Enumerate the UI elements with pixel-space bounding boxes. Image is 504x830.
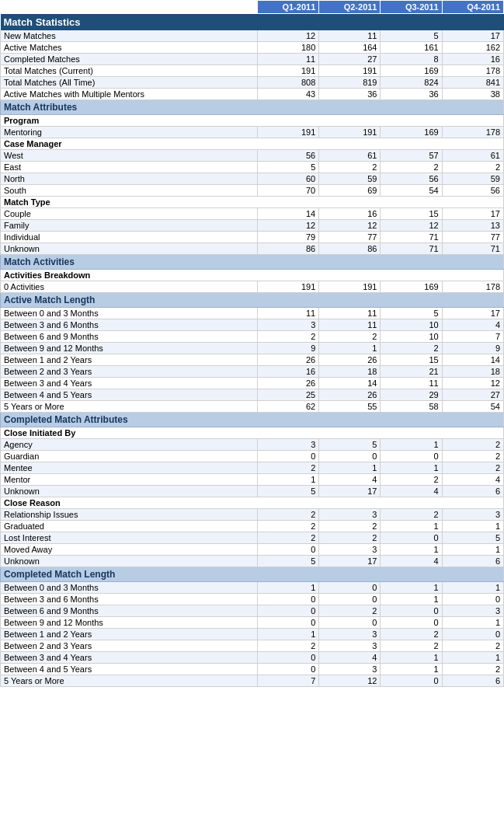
- q2-value: 5: [319, 439, 381, 451]
- q2-value: 3: [319, 664, 381, 675]
- q4-value: 178: [442, 65, 503, 77]
- table-row: Guardian0002: [1, 451, 504, 462]
- q1-value: 3: [258, 319, 319, 331]
- q2-value: 16: [319, 208, 381, 220]
- q3-value: 56: [381, 173, 442, 185]
- row-label: Between 2 and 3 Years: [1, 640, 258, 652]
- table-row: Between 1 and 2 Years1320: [1, 629, 504, 640]
- q3-value: 5: [381, 30, 442, 42]
- q2-value: 26: [319, 389, 381, 401]
- row-label: 5 Years or More: [1, 675, 258, 687]
- q3-value: 2: [381, 162, 442, 173]
- q2-value: 17: [319, 486, 381, 497]
- q4-value: 3: [442, 605, 503, 617]
- section-header-label: Match Activities: [1, 255, 504, 270]
- match-statistics-header: Match Statistics: [1, 14, 504, 31]
- row-label: Between 4 and 5 Years: [1, 664, 258, 675]
- table-row: Between 3 and 4 Years0411: [1, 652, 504, 664]
- row-label: East: [1, 162, 258, 173]
- q3-value: 0: [381, 605, 442, 617]
- q2-value: 26: [319, 354, 381, 366]
- row-label: Between 6 and 9 Months: [1, 605, 258, 617]
- q1-value: 11: [258, 308, 319, 319]
- q3-value: 4: [381, 486, 442, 497]
- q2-value: 3: [319, 640, 381, 652]
- table-row: Between 0 and 3 Months1111517: [1, 308, 504, 319]
- table-row: Graduated2211: [1, 521, 504, 532]
- q4-value: 0: [442, 594, 503, 605]
- q4-value: 17: [442, 30, 503, 42]
- q2-value: 2: [319, 162, 381, 173]
- q2-value: 1: [319, 462, 381, 474]
- row-label: Graduated: [1, 521, 258, 532]
- row-label: Guardian: [1, 451, 258, 462]
- table-row: Agency3512: [1, 439, 504, 451]
- q1-value: 808: [258, 77, 319, 89]
- q4-value: 162: [442, 42, 503, 54]
- q2-value: 12: [319, 675, 381, 687]
- q3-value: 29: [381, 389, 442, 401]
- q4-value: 38: [442, 89, 503, 100]
- q3-value: 2: [381, 343, 442, 354]
- q4-value: 9: [442, 343, 503, 354]
- q2-value: 0: [319, 617, 381, 629]
- q3-value: 2: [381, 509, 442, 521]
- q1-value: 79: [258, 232, 319, 243]
- q1-value: 3: [258, 439, 319, 451]
- table-row: Moved Away0311: [1, 544, 504, 556]
- q4-value: 0: [442, 629, 503, 640]
- q1-value: 25: [258, 389, 319, 401]
- section-header-label: Active Match Length: [1, 293, 504, 308]
- row-label: Between 0 and 3 Months: [1, 582, 258, 594]
- q3-value: 71: [381, 243, 442, 255]
- q4-value: 1: [442, 521, 503, 532]
- q1-value: 2: [258, 509, 319, 521]
- q1-value: 1: [258, 629, 319, 640]
- q4-value: 77: [442, 232, 503, 243]
- q2-value: 191: [319, 281, 381, 293]
- q2-value: 0: [319, 594, 381, 605]
- q2-value: 59: [319, 173, 381, 185]
- table-row: Individual79777177: [1, 232, 504, 243]
- table-row: 5 Years or More62555854: [1, 401, 504, 413]
- table-row: Mentoring191191169178: [1, 127, 504, 138]
- row-label: Active Matches: [1, 42, 258, 54]
- q3-value: 1: [381, 439, 442, 451]
- row-label: Between 3 and 4 Years: [1, 652, 258, 664]
- table-row: Between 4 and 5 Years25262927: [1, 389, 504, 401]
- row-label: 0 Activities: [1, 281, 258, 293]
- q1-value: 12: [258, 30, 319, 42]
- table-row: Between 9 and 12 Months0001: [1, 617, 504, 629]
- row-label: Between 3 and 6 Months: [1, 319, 258, 331]
- q4-value: 61: [442, 150, 503, 162]
- subsection-header-row: Activities Breakdown: [1, 270, 504, 281]
- q1-value: 0: [258, 652, 319, 664]
- q2-value: 2: [319, 605, 381, 617]
- row-label: Agency: [1, 439, 258, 451]
- q3-value: 1: [381, 582, 442, 594]
- q4-header: Q4-2011: [442, 1, 503, 14]
- q4-value: 18: [442, 366, 503, 378]
- subsection-label: Activities Breakdown: [1, 270, 504, 281]
- subsection-header-row: Match Type: [1, 197, 504, 208]
- match-statistics-label: Match Statistics: [1, 14, 504, 31]
- row-label: Between 1 and 2 Years: [1, 629, 258, 640]
- row-label: Completed Matches: [1, 54, 258, 65]
- q2-value: 0: [319, 582, 381, 594]
- q3-value: 54: [381, 185, 442, 197]
- table-row: West56615761: [1, 150, 504, 162]
- report-container: Q1-2011 Q2-2011 Q3-2011 Q4-2011 Match St…: [0, 0, 504, 687]
- q4-value: 6: [442, 556, 503, 567]
- q2-value: 61: [319, 150, 381, 162]
- q1-value: 12: [258, 220, 319, 232]
- section-header-row: Completed Match Attributes: [1, 413, 504, 427]
- q4-value: 4: [442, 474, 503, 486]
- q1-value: 70: [258, 185, 319, 197]
- q4-value: 1: [442, 582, 503, 594]
- row-label: New Matches: [1, 30, 258, 42]
- q4-value: 17: [442, 208, 503, 220]
- q4-value: 2: [442, 451, 503, 462]
- row-label: Family: [1, 220, 258, 232]
- table-row: Between 3 and 4 Years26141112: [1, 378, 504, 389]
- row-label: Moved Away: [1, 544, 258, 556]
